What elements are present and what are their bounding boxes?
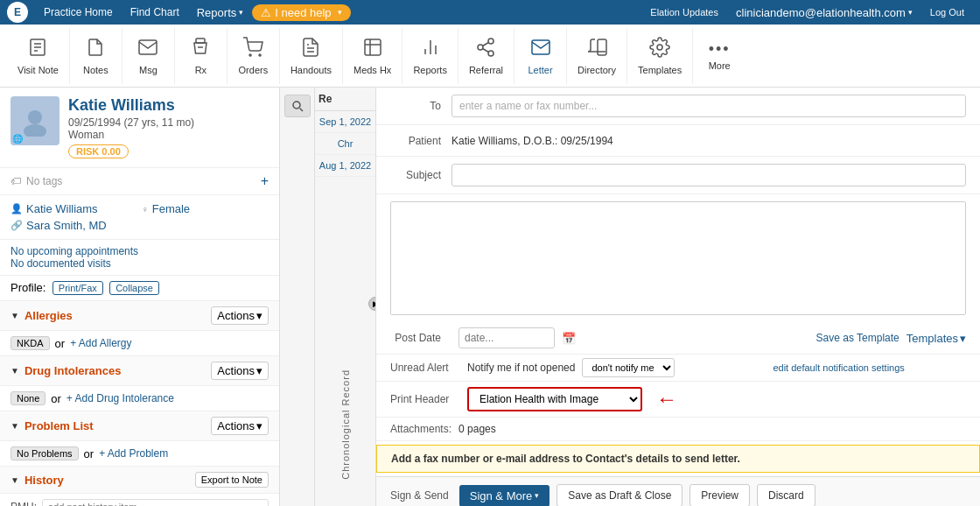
record-date-1[interactable]: Sep 1, 2022	[315, 111, 375, 133]
save-template-link[interactable]: Save as Template	[816, 332, 900, 344]
print-header-select[interactable]: Elation Health with Image Elation Health…	[467, 387, 642, 411]
more-label: More	[709, 60, 731, 71]
add-tag-button[interactable]: +	[261, 173, 269, 189]
patient-provider-value: Sara Smith, MD	[26, 219, 107, 232]
problem-dropdown-icon: ▾	[256, 419, 262, 432]
meds-hx-label: Meds Hx	[354, 65, 391, 75]
more-icon: •••	[709, 40, 731, 59]
add-drug-link[interactable]: + Add Drug Intolerance	[66, 392, 174, 404]
patient-gender-meta: ♀ Female	[142, 202, 270, 215]
nav-practice-home[interactable]: Practice Home	[35, 0, 122, 25]
patient-info: Katie Williams 09/25/1994 (27 yrs, 11 mo…	[68, 96, 194, 158]
orders-label: Orders	[239, 65, 269, 75]
toolbar-letter[interactable]: Letter	[514, 28, 567, 84]
pmh-input[interactable]	[42, 499, 269, 506]
svg-point-18	[657, 45, 662, 50]
record-chr[interactable]: Chr	[315, 133, 375, 155]
nav-find-chart[interactable]: Find Chart	[122, 0, 188, 25]
no-visits-link[interactable]: No documented visits	[10, 257, 269, 270]
tags-row: 🏷 No tags +	[0, 168, 279, 195]
problem-actions-button[interactable]: Actions ▾	[211, 417, 269, 435]
orders-icon	[242, 37, 263, 63]
print-header-row: Print Header Elation Health with Image E…	[376, 382, 980, 418]
patient-header: 🌐 Katie Williams 09/25/1994 (27 yrs, 11 …	[0, 88, 279, 168]
history-title: History	[24, 474, 195, 487]
unread-alert-row: Unread Alert Notify me if not opened don…	[376, 355, 980, 382]
toolbar-handouts[interactable]: Handouts	[280, 28, 343, 84]
post-date-input[interactable]	[458, 327, 555, 348]
reports-toolbar-icon	[420, 37, 441, 63]
top-nav: E Practice Home Find Chart Reports ▾ ⚠ I…	[0, 0, 980, 25]
toolbar-msg[interactable]: Msg	[122, 28, 175, 84]
add-allergy-link[interactable]: + Add Allergy	[70, 337, 131, 349]
sign-more-button[interactable]: Sign & More ▾	[459, 485, 550, 507]
collapse-button[interactable]: Collapse	[109, 281, 159, 295]
nav-reports[interactable]: Reports ▾	[188, 0, 253, 25]
svg-point-6	[249, 54, 251, 56]
record-header: Re	[315, 88, 375, 111]
no-problems-pill: No Problems	[10, 446, 79, 460]
attachments-row: Attachments: 0 pages	[376, 418, 980, 441]
toolbar-notes[interactable]: Notes	[70, 28, 122, 84]
visit-note-icon	[27, 37, 48, 63]
letter-icon	[530, 37, 551, 63]
toolbar-more[interactable]: ••• More	[693, 28, 746, 84]
notify-select[interactable]: don't notify me	[582, 358, 675, 377]
to-input[interactable]	[452, 95, 966, 117]
toolbar-visit-note[interactable]: Visit Note	[7, 28, 70, 84]
patient-provider-meta: 🔗 Sara Smith, MD	[10, 219, 269, 232]
save-draft-button[interactable]: Save as Draft & Close	[556, 484, 682, 506]
svg-point-13	[488, 39, 494, 44]
subject-input[interactable]	[452, 164, 966, 186]
directory-icon	[586, 37, 607, 63]
rx-icon	[190, 37, 211, 63]
history-header: ▼ History Export to Note	[0, 467, 279, 494]
body-textarea[interactable]	[391, 202, 965, 314]
templates-dropdown-arrow: ▾	[960, 332, 966, 345]
problem-list-header: ▼ Problem List Actions ▾	[0, 411, 279, 441]
add-problem-link[interactable]: + Add Problem	[99, 447, 168, 460]
drug-intolerances-title: Drug Intolerances	[24, 364, 211, 377]
handouts-icon	[300, 37, 321, 63]
discard-button[interactable]: Discard	[757, 484, 816, 506]
subject-row: Subject	[376, 157, 980, 194]
letter-form: To Patient Katie Williams, D.O.B.: 09/25…	[376, 88, 980, 506]
patient-label: Patient	[390, 135, 452, 147]
post-date-label: Post Date	[390, 332, 452, 344]
expand-arrow[interactable]: ▶	[368, 297, 376, 311]
problem-list-title: Problem List	[24, 419, 211, 432]
search-button[interactable]	[284, 95, 311, 117]
toolbar-meds-hx[interactable]: Meds Hx	[343, 28, 402, 84]
print-fax-button[interactable]: Print/Fax	[52, 281, 103, 295]
drug-actions-button[interactable]: Actions ▾	[211, 362, 269, 380]
pmh-row: PMH: PSH:	[0, 494, 279, 506]
logout-link[interactable]: Log Out	[921, 0, 973, 25]
record-date-2[interactable]: Aug 1, 2022	[315, 155, 375, 177]
patient-gender-meta-value: Female	[152, 202, 190, 215]
svg-line-16	[483, 48, 489, 52]
drug-intolerances-header: ▼ Drug Intolerances Actions ▾	[0, 356, 279, 386]
export-to-note-button[interactable]: Export to Note	[195, 472, 269, 488]
toolbar-templates[interactable]: Templates	[627, 28, 693, 84]
user-email-link[interactable]: cliniciandemo@elationhealth.com ▾	[727, 0, 921, 25]
toolbar-reports[interactable]: Reports	[402, 28, 458, 84]
patient-dob: 09/25/1994 (27 yrs, 11 mo)	[68, 116, 194, 129]
allergies-actions-button[interactable]: Actions ▾	[211, 306, 269, 325]
no-appointments-link[interactable]: No upcoming appointments	[10, 245, 269, 257]
subject-label: Subject	[390, 169, 452, 181]
toolbar-orders[interactable]: Orders	[228, 28, 280, 84]
toolbar-referral[interactable]: Referral	[458, 28, 514, 84]
preview-button[interactable]: Preview	[690, 484, 750, 506]
toolbar-rx[interactable]: Rx	[175, 28, 228, 84]
patient-name-meta: 👤 Katie Williams	[10, 202, 138, 215]
elation-updates-link[interactable]: Elation Updates	[641, 0, 727, 25]
problem-or: or	[84, 447, 94, 460]
edit-notification-link[interactable]: edit default notification settings	[773, 362, 904, 373]
appointments-row: No upcoming appointments No documented v…	[0, 240, 279, 276]
patient-name-meta-value: Katie Williams	[26, 202, 98, 215]
templates-dropdown-button[interactable]: Templates ▾	[906, 332, 966, 345]
tag-icon: 🏷	[10, 175, 21, 187]
help-button[interactable]: ⚠ I need help ▾	[252, 4, 350, 21]
sign-more-dropdown-arrow: ▾	[535, 491, 539, 500]
toolbar-directory[interactable]: Directory	[567, 28, 627, 84]
